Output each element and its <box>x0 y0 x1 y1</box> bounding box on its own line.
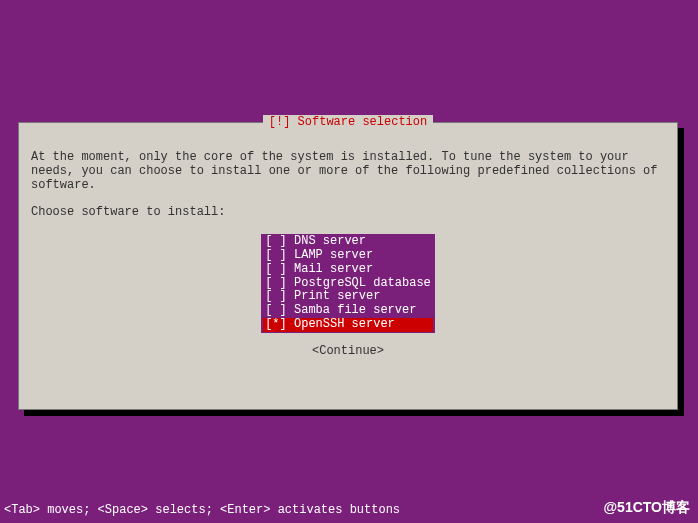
software-item-postgresql-database[interactable]: [ ] PostgreSQL database <box>263 277 433 291</box>
software-list-wrap: [ ] DNS server [ ] LAMP server [ ] Mail … <box>31 234 665 333</box>
software-selection-dialog: [!] Software selection At the moment, on… <box>18 122 678 410</box>
watermark: @51CTO博客 <box>603 499 690 517</box>
software-item-mail-server[interactable]: [ ] Mail server <box>263 263 433 277</box>
software-item-samba-file-server[interactable]: [ ] Samba file server <box>263 304 433 318</box>
dialog-content: At the moment, only the core of the syst… <box>19 123 677 371</box>
software-item-lamp-server[interactable]: [ ] LAMP server <box>263 249 433 263</box>
software-list[interactable]: [ ] DNS server [ ] LAMP server [ ] Mail … <box>261 234 435 333</box>
continue-button[interactable]: <Continue> <box>31 345 665 359</box>
help-line: <Tab> moves; <Space> selects; <Enter> ac… <box>0 503 400 517</box>
choose-text: Choose software to install: <box>31 206 665 220</box>
software-item-print-server[interactable]: [ ] Print server <box>263 290 433 304</box>
software-item-dns-server[interactable]: [ ] DNS server <box>263 235 433 249</box>
dialog-title-bar: [!] Software selection <box>19 115 677 129</box>
intro-text: At the moment, only the core of the syst… <box>31 151 665 192</box>
software-item-openssh-server[interactable]: [*] OpenSSH server <box>263 318 433 332</box>
dialog-title: [!] Software selection <box>263 115 433 129</box>
